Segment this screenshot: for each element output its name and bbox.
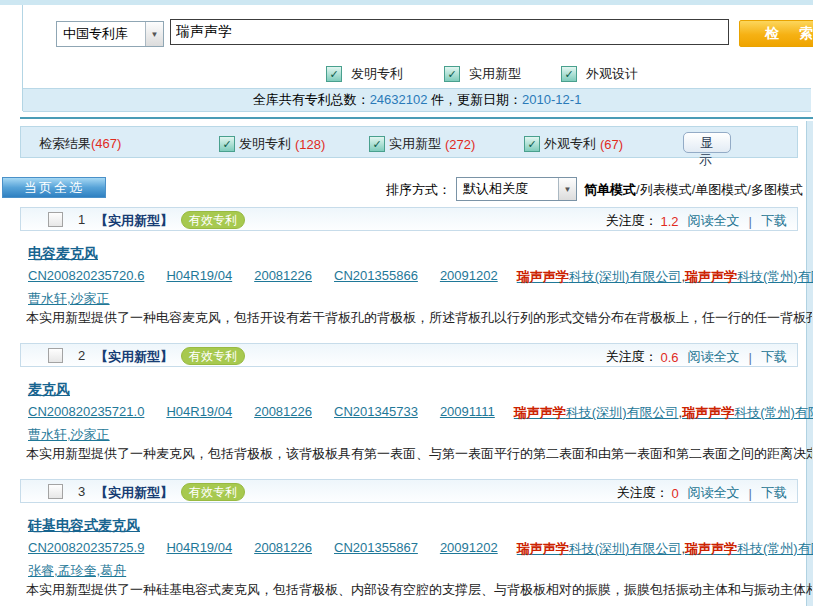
patent-abstract: 本实用新型提供了一种硅基电容式麦克风，包括背极板、内部设有空腔的支撑层、与背极板…: [26, 581, 812, 599]
assignee-link[interactable]: 瑞声声学科技(深圳)有限公司: [517, 541, 682, 556]
patent-title-link[interactable]: 电容麦克风: [28, 245, 98, 263]
checkbox-checked-icon[interactable]: ✓: [444, 66, 460, 82]
update-date: 2010-12-1: [522, 92, 581, 107]
patent-fields: CN200820235721.0 H04R19/04 20081226 CN20…: [28, 404, 813, 422]
download-link[interactable]: 下载: [761, 348, 787, 366]
highlighted-term: 瑞声声学: [685, 541, 737, 556]
view-mode-switcher: 简单模式/列表模式/单图模式/多图模式: [584, 181, 809, 199]
filter-count: (272): [445, 137, 475, 152]
application-number-link[interactable]: CN200820235725.9: [28, 540, 144, 558]
checkbox-checked-icon[interactable]: ✓: [369, 136, 385, 152]
mode-list[interactable]: 列表模式: [640, 182, 692, 197]
checkbox-checked-icon[interactable]: ✓: [561, 66, 577, 82]
sort-label: 排序方式：: [386, 181, 451, 199]
filter-checkbox-invention[interactable]: ✓ 发明专利(128): [219, 135, 325, 153]
ipc-class-link[interactable]: H04R19/04: [166, 268, 232, 286]
attention-label: 关注度：: [606, 212, 658, 230]
search-button[interactable]: 检 索: [739, 20, 813, 47]
filter-count: (67): [600, 137, 623, 152]
highlighted-term: 瑞声声学: [517, 541, 569, 556]
assignee-rest: 科技(深圳)有限公司: [566, 405, 679, 420]
assignee-link[interactable]: 瑞声声学科技(深圳)有限公司: [514, 405, 679, 420]
assignee-link[interactable]: 瑞声声学科技(常州)有限公司: [685, 269, 813, 284]
status-badge: 有效专利: [181, 211, 245, 229]
application-date-link[interactable]: 20081226: [254, 404, 312, 422]
status-badge: 有效专利: [181, 483, 245, 501]
show-button[interactable]: 显 示: [683, 132, 731, 153]
checkbox-invention-patent[interactable]: ✓ 发明专利: [326, 65, 403, 83]
publication-number-link[interactable]: CN201345733: [334, 404, 418, 422]
publication-date-link[interactable]: 20091111: [440, 404, 495, 422]
patent-abstract: 本实用新型提供了一种麦克风，包括背极板，该背极板具有第一表面、与第一表面平行的第…: [26, 445, 812, 463]
assignee-links: 瑞声声学科技(深圳)有限公司,瑞声声学科技(常州)有限公司: [517, 268, 813, 286]
attention-value: 1.2: [661, 214, 679, 229]
highlighted-term: 瑞声声学: [685, 269, 737, 284]
assignee-rest: 科技(常州)有限公司: [737, 269, 813, 284]
checkbox-design-patent[interactable]: ✓ 外观设计: [561, 65, 638, 83]
publication-number-link[interactable]: CN201355867: [334, 540, 418, 558]
inventors-link[interactable]: 张睿,孟珍奎,葛舟: [28, 562, 126, 580]
patent-title-link[interactable]: 麦克风: [28, 381, 70, 399]
status-badge: 有效专利: [181, 347, 245, 365]
attention-value: 0: [671, 486, 678, 501]
publication-date-link[interactable]: 20091202: [440, 268, 498, 286]
checkbox-label: 发明专利: [351, 65, 403, 83]
checkbox-label: 实用新型: [469, 65, 521, 83]
mode-simple: 简单模式: [584, 182, 636, 197]
checkbox-checked-icon[interactable]: ✓: [326, 66, 342, 82]
assignee-link[interactable]: 瑞声声学科技(常州)有限公司: [685, 541, 813, 556]
checkbox-checked-icon[interactable]: ✓: [219, 136, 235, 152]
search-result-label: 检索结果(467): [39, 135, 121, 153]
mode-multi-image[interactable]: 多图模式: [751, 182, 803, 197]
result-header: 2 【实用新型】 有效专利 关注度：0.6 阅读全文 | 下载: [20, 343, 798, 367]
chevron-down-icon[interactable]: ▼: [558, 178, 576, 200]
ipc-class-link[interactable]: H04R19/04: [166, 540, 232, 558]
assignee-link[interactable]: 瑞声声学科技(常州)有限公司: [682, 405, 813, 420]
assignee-link[interactable]: 瑞声声学科技(深圳)有限公司: [517, 269, 682, 284]
database-select[interactable]: 中国专利库 ▼: [56, 21, 164, 47]
checkbox-utility-model[interactable]: ✓ 实用新型: [444, 65, 521, 83]
sort-select-value: 默认相关度: [457, 180, 558, 198]
patent-fields: CN200820235720.6 H04R19/04 20081226 CN20…: [28, 268, 813, 286]
filter-checkbox-design[interactable]: ✓ 外观专利(67): [524, 135, 623, 153]
divider: |: [749, 486, 752, 501]
download-link[interactable]: 下载: [761, 212, 787, 230]
result-label-text: 检索结果: [39, 136, 91, 151]
result-index: 3: [78, 484, 85, 499]
read-fulltext-link[interactable]: 阅读全文: [688, 348, 740, 366]
attention-label: 关注度：: [616, 484, 668, 502]
checkbox-icon[interactable]: [48, 484, 63, 499]
application-number-link[interactable]: CN200820235721.0: [28, 404, 144, 422]
search-input[interactable]: [170, 19, 729, 45]
application-number-link[interactable]: CN200820235720.6: [28, 268, 144, 286]
mode-single-image[interactable]: 单图模式: [695, 182, 747, 197]
application-date-link[interactable]: 20081226: [254, 540, 312, 558]
sort-select[interactable]: 默认相关度 ▼: [456, 177, 577, 201]
filter-checkbox-utility[interactable]: ✓ 实用新型(272): [369, 135, 475, 153]
publication-date-link[interactable]: 20091202: [440, 540, 498, 558]
inventors-link[interactable]: 曹水轩,沙家正: [28, 290, 110, 308]
assignee-rest: 科技(深圳)有限公司: [569, 269, 682, 284]
patent-title-link[interactable]: 硅基电容式麦克风: [28, 517, 140, 535]
read-fulltext-link[interactable]: 阅读全文: [688, 212, 740, 230]
publication-number-link[interactable]: CN201355866: [334, 268, 418, 286]
patent-fields: CN200820235725.9 H04R19/04 20081226 CN20…: [28, 540, 813, 558]
inventors-link[interactable]: 曹水轩,沙家正: [28, 426, 110, 444]
application-date-link[interactable]: 20081226: [254, 268, 312, 286]
highlighted-term: 瑞声声学: [514, 405, 566, 420]
assignee-rest: 科技(常州)有限公司: [734, 405, 813, 420]
read-fulltext-link[interactable]: 阅读全文: [688, 484, 740, 502]
download-link[interactable]: 下载: [761, 484, 787, 502]
result-row: 3 【实用新型】 有效专利 关注度：0 阅读全文 | 下载 硅基电容式麦克风 C…: [20, 479, 798, 606]
chevron-down-icon[interactable]: ▼: [145, 22, 163, 46]
patent-search-page: 中国专利库 ▼ 检 索 ✓ 发明专利 ✓ 实用新型 ✓ 外观设计 全库共有专利总…: [0, 0, 813, 606]
checkbox-icon[interactable]: [48, 212, 63, 227]
checkbox-icon[interactable]: [48, 348, 63, 363]
ipc-class-link[interactable]: H04R19/04: [166, 404, 232, 422]
attention-value: 0.6: [661, 350, 679, 365]
patent-abstract: 本实用新型提供了一种电容麦克风，包括开设有若干背板孔的背极板，所述背板孔以行列的…: [26, 309, 812, 327]
assignee-links: 瑞声声学科技(深圳)有限公司,瑞声声学科技(常州)有限公司: [517, 540, 813, 558]
result-row: 2 【实用新型】 有效专利 关注度：0.6 阅读全文 | 下载 麦克风 CN20…: [20, 343, 798, 473]
select-all-on-page-button[interactable]: 当页全选: [2, 177, 106, 198]
checkbox-checked-icon[interactable]: ✓: [524, 136, 540, 152]
